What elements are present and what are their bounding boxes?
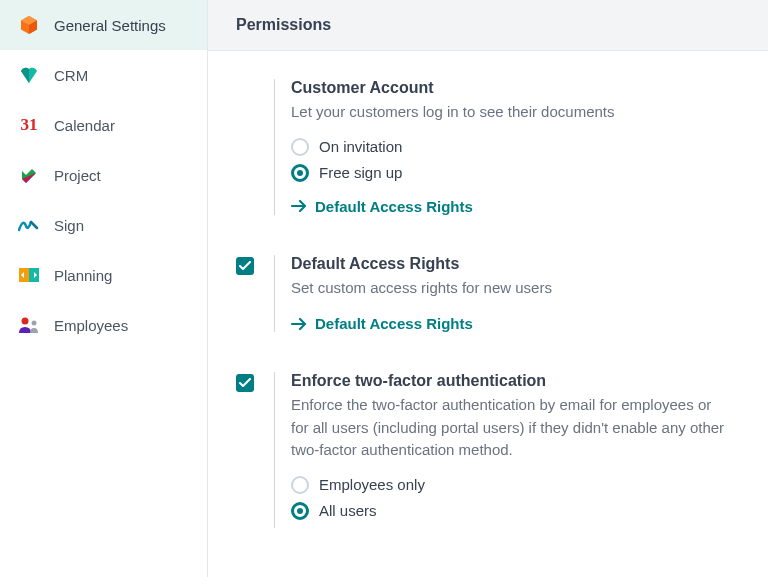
checkbox-two-factor[interactable] (236, 374, 254, 392)
setting-title: Default Access Rights (291, 255, 732, 273)
radio-free-sign-up[interactable]: Free sign up (291, 164, 732, 182)
radio-employees-only[interactable]: Employees only (291, 476, 732, 494)
setting-two-factor: Enforce two-factor authentication Enforc… (236, 372, 732, 528)
check-icon (239, 378, 251, 388)
content: Customer Account Let your customers log … (208, 51, 768, 577)
link-label: Default Access Rights (315, 198, 473, 215)
sidebar-item-general-settings[interactable]: General Settings (0, 0, 207, 50)
sidebar-item-label: Sign (54, 217, 84, 234)
page-title: Permissions (208, 0, 768, 51)
setting-checkbox-slot (236, 79, 254, 215)
setting-title: Enforce two-factor authentication (291, 372, 732, 390)
setting-checkbox-slot (236, 255, 254, 333)
arrow-right-icon (291, 317, 307, 331)
svg-point-7 (22, 318, 29, 325)
radio-label: Free sign up (319, 164, 402, 181)
sidebar-item-sign[interactable]: Sign (0, 200, 207, 250)
sidebar-item-label: General Settings (54, 17, 166, 34)
setting-body: Default Access Rights Set custom access … (274, 255, 732, 333)
link-default-access-rights[interactable]: Default Access Rights (291, 198, 732, 215)
setting-body: Customer Account Let your customers log … (274, 79, 732, 215)
setting-description: Let your customers log in to see their d… (291, 101, 732, 124)
setting-body: Enforce two-factor authentication Enforc… (274, 372, 732, 528)
sidebar-item-employees[interactable]: Employees (0, 300, 207, 350)
sidebar-item-label: Planning (54, 267, 112, 284)
svg-point-8 (32, 321, 37, 326)
sidebar-item-label: Employees (54, 317, 128, 334)
radio-label: On invitation (319, 138, 402, 155)
main: Permissions Customer Account Let your cu… (208, 0, 768, 577)
crm-icon (18, 64, 40, 86)
general-settings-icon (18, 14, 40, 36)
radio-label: All users (319, 502, 377, 519)
setting-description: Enforce the two-factor authentication by… (291, 394, 732, 462)
sidebar-item-calendar[interactable]: 31 Calendar (0, 100, 207, 150)
setting-checkbox-slot (236, 372, 254, 528)
sidebar-item-label: Calendar (54, 117, 115, 134)
radio-icon (291, 502, 309, 520)
sidebar-item-label: Project (54, 167, 101, 184)
link-default-access-rights[interactable]: Default Access Rights (291, 315, 732, 332)
sign-icon (18, 214, 40, 236)
calendar-icon: 31 (18, 114, 40, 136)
setting-title: Customer Account (291, 79, 732, 97)
radio-on-invitation[interactable]: On invitation (291, 138, 732, 156)
planning-icon (18, 264, 40, 286)
radio-label: Employees only (319, 476, 425, 493)
setting-description: Set custom access rights for new users (291, 277, 732, 300)
link-label: Default Access Rights (315, 315, 473, 332)
radio-all-users[interactable]: All users (291, 502, 732, 520)
setting-customer-account: Customer Account Let your customers log … (236, 79, 732, 215)
sidebar: General Settings CRM 31 Calendar Project… (0, 0, 208, 577)
employees-icon (18, 314, 40, 336)
arrow-right-icon (291, 199, 307, 213)
radio-icon (291, 138, 309, 156)
sidebar-item-crm[interactable]: CRM (0, 50, 207, 100)
project-icon (18, 164, 40, 186)
radio-icon (291, 476, 309, 494)
check-icon (239, 261, 251, 271)
setting-default-access-rights: Default Access Rights Set custom access … (236, 255, 732, 333)
sidebar-item-project[interactable]: Project (0, 150, 207, 200)
sidebar-item-planning[interactable]: Planning (0, 250, 207, 300)
sidebar-item-label: CRM (54, 67, 88, 84)
checkbox-default-access[interactable] (236, 257, 254, 275)
radio-icon (291, 164, 309, 182)
